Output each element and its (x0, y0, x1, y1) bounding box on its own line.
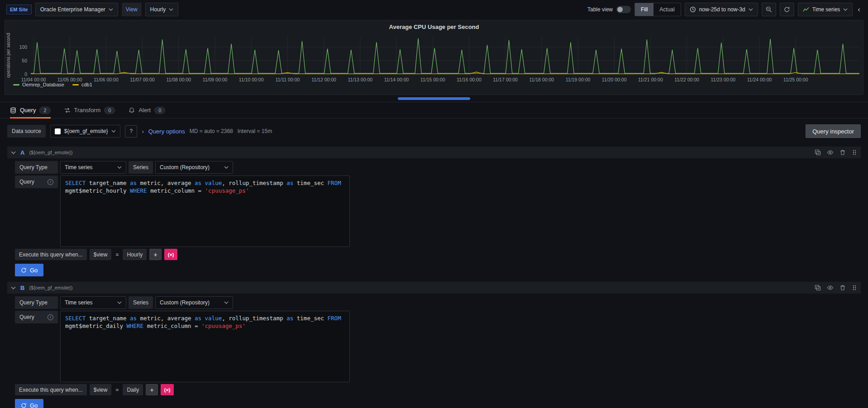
condition-variable-chip[interactable]: $view (90, 249, 112, 260)
top-toolbar: EM Site Oracle Enterprise Manager View H… (0, 0, 868, 19)
query-header: A (${oem_gf_emsite}) (7, 147, 861, 158)
svg-text:11/22 00:00: 11/22 00:00 (674, 77, 699, 82)
query-type-select[interactable]: Time series (60, 296, 126, 309)
svg-text:11/09 00:00: 11/09 00:00 (203, 77, 228, 82)
datasource-select[interactable]: ${oem_gf_emsite} (50, 125, 121, 138)
go-button[interactable]: Go (15, 264, 43, 276)
viz-type-text: Time series (812, 6, 840, 13)
trash-icon (839, 285, 846, 291)
query-sql-row: Query i SELECT target_name as metric, av… (15, 176, 861, 247)
query-options-chevron-icon[interactable]: › (142, 128, 143, 135)
svg-text:11/14 00:00: 11/14 00:00 (384, 77, 409, 82)
svg-text:11/12 00:00: 11/12 00:00 (311, 77, 336, 82)
view-variable-label: View (122, 3, 142, 16)
svg-text:11/25 00:00: 11/25 00:00 (783, 77, 808, 82)
drag-handle[interactable] (852, 149, 857, 156)
series-select[interactable]: Custom (Repository) (155, 296, 233, 309)
query-ref-label[interactable]: A (20, 149, 24, 156)
database-icon (10, 107, 16, 114)
copy-icon (815, 149, 821, 156)
query-datasource-scope: (${oem_gf_emsite}) (29, 285, 72, 290)
duplicate-query-button[interactable] (815, 149, 821, 156)
series-select[interactable]: Custom (Repository) (155, 161, 233, 174)
datasource-help-button[interactable]: ? (125, 125, 137, 138)
zoom-out-button[interactable] (762, 3, 776, 16)
query-type-value: Time series (65, 164, 93, 171)
add-condition-button[interactable]: + (149, 249, 162, 260)
info-icon: i (48, 314, 53, 320)
svg-text:11/15 00:00: 11/15 00:00 (420, 77, 445, 82)
tab-count-badge: 0 (104, 107, 115, 114)
view-variable-dropdown[interactable]: Hourly (145, 3, 179, 16)
actual-button[interactable]: Actual (653, 3, 680, 16)
chevron-down-icon (224, 301, 229, 304)
collapse-options-pane-button[interactable]: ‹ (856, 5, 862, 14)
delete-query-button[interactable] (839, 149, 846, 156)
legend-item[interactable]: cdb1 (72, 82, 92, 87)
toggle-query-visibility-button[interactable] (827, 285, 834, 291)
condition-value-chip[interactable]: Daily (123, 384, 143, 395)
resize-handle[interactable] (398, 97, 470, 100)
query-type-value: Time series (65, 299, 93, 306)
max-data-points-text: MD = auto = 2368 (190, 128, 233, 134)
legend-item[interactable]: Oemrep_Database (13, 82, 64, 87)
query-ref-label[interactable]: B (20, 285, 24, 291)
table-view-toggle[interactable] (616, 6, 631, 13)
copy-icon (815, 285, 821, 291)
datasource-label: Data source (7, 125, 46, 138)
sql-editor[interactable]: SELECT target_name as metric, average as… (60, 311, 350, 382)
tab-alert[interactable]: Alert 0 (129, 102, 165, 118)
sql-editor[interactable]: SELECT target_name as metric, average as… (60, 176, 350, 247)
fill-actual-group: Fill Actual (634, 3, 681, 16)
svg-text:11/23 00:00: 11/23 00:00 (711, 77, 735, 82)
condition-variable-chip[interactable]: $view (90, 384, 112, 395)
tab-transform[interactable]: Transform 0 (64, 102, 115, 118)
condition-operator: = (114, 251, 120, 258)
condition-value-chip[interactable]: Hourly (123, 249, 147, 260)
svg-text:11/18 00:00: 11/18 00:00 (529, 77, 554, 82)
chevron-down-icon (11, 151, 16, 154)
table-view-label: Table view (587, 6, 613, 13)
svg-text:11/08 00:00: 11/08 00:00 (166, 77, 191, 82)
chevron-down-icon (117, 166, 122, 169)
fill-button[interactable]: Fill (635, 3, 653, 16)
collapse-query-button[interactable] (11, 286, 16, 289)
toggle-query-visibility-button[interactable] (827, 149, 834, 156)
query-datasource-scope: (${oem_gf_emsite}) (29, 150, 72, 155)
go-label: Go (30, 267, 38, 274)
delete-query-button[interactable] (839, 285, 846, 291)
grip-dots-icon (852, 149, 857, 156)
tab-count-badge: 0 (154, 107, 165, 114)
em-site-badge[interactable]: EM Site (6, 5, 32, 14)
dashboard-title-dropdown[interactable]: Oracle Enterprise Manager (35, 3, 118, 16)
chart-legend: Oemrep_Database cdb1 (5, 82, 863, 87)
query-options-link[interactable]: Query options (148, 128, 185, 135)
collapse-query-button[interactable] (11, 151, 16, 154)
refresh-button[interactable] (780, 3, 794, 16)
editor-tabs: Query 2 Transform 0 Alert 0 (0, 102, 868, 119)
tab-query[interactable]: Query 2 (10, 102, 51, 118)
visualization-picker[interactable]: Time series (798, 3, 853, 16)
time-range-text: now-25d to now-3d (699, 6, 745, 13)
remove-condition-button[interactable]: (×) (164, 249, 177, 260)
execute-when-chip[interactable]: Execute this query when... (15, 384, 87, 395)
go-button[interactable]: Go (15, 399, 43, 408)
time-series-graph-icon (803, 7, 809, 12)
svg-text:0: 0 (24, 71, 27, 77)
svg-text:11/21 00:00: 11/21 00:00 (638, 77, 663, 82)
add-condition-button[interactable]: + (146, 384, 158, 395)
refresh-icon (784, 6, 790, 13)
query-inspector-button[interactable]: Query inspector (806, 124, 861, 138)
datasource-row: Data source ${oem_gf_emsite} ? › Query o… (7, 124, 861, 138)
drag-handle[interactable] (852, 285, 857, 291)
query-type-select[interactable]: Time series (60, 161, 126, 174)
svg-text:11/16 00:00: 11/16 00:00 (457, 77, 482, 82)
duplicate-query-button[interactable] (815, 285, 821, 291)
execute-when-chip[interactable]: Execute this query when... (15, 249, 87, 260)
remove-condition-button[interactable]: (×) (161, 384, 174, 395)
chart-panel: Average CPU Usage per Second 05010011/04… (5, 20, 863, 95)
query-block-a: A (${oem_gf_emsite}) Query Type Time ser… (7, 147, 861, 276)
svg-text:11/10 00:00: 11/10 00:00 (239, 77, 264, 82)
transform-icon (64, 107, 71, 114)
time-range-picker[interactable]: now-25d to now-3d (685, 3, 758, 16)
